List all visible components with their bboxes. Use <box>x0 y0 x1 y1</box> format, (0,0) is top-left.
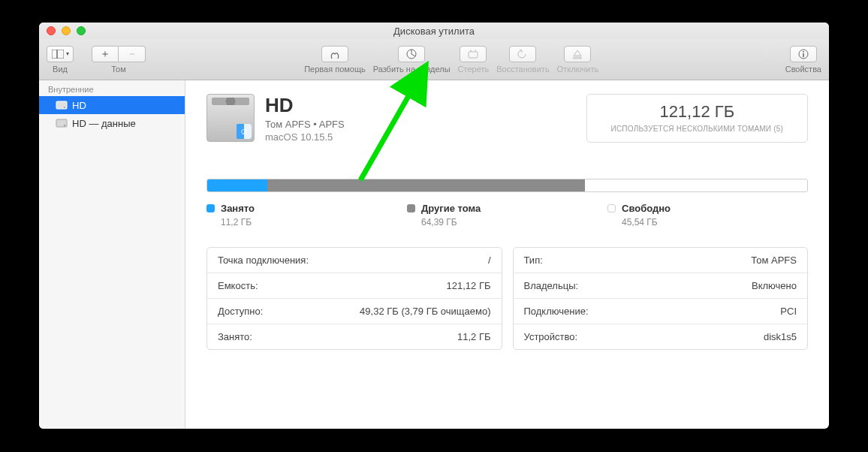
toolbar-restore-label: Восстановить <box>496 65 549 74</box>
unmount-button[interactable] <box>564 46 591 62</box>
svg-rect-15 <box>56 119 67 127</box>
legend-used-label: Занято <box>221 203 255 214</box>
volume-name: HD <box>265 94 345 117</box>
info-button[interactable] <box>790 46 817 62</box>
titlebar: Дисковая утилита <box>39 23 829 39</box>
toolbar: ▾ Вид ＋ － Том Первая помощь Разби <box>39 39 829 80</box>
svg-line-4 <box>411 54 415 56</box>
svg-rect-12 <box>803 53 804 57</box>
window-title: Дисковая утилита <box>39 26 829 37</box>
swatch-used-icon <box>206 204 215 212</box>
legend-free: Свободно 45,54 ГБ <box>607 203 808 228</box>
capacity-box: 121,12 ГБ ИСПОЛЬЗУЕТСЯ НЕСКОЛЬКИМИ ТОМАМ… <box>586 94 808 143</box>
svg-rect-5 <box>469 52 478 58</box>
table-row: Подключение:PCI <box>514 299 808 324</box>
volume-icon <box>56 117 68 129</box>
erase-button[interactable] <box>460 46 487 62</box>
chevron-down-icon: ▾ <box>66 50 69 57</box>
remove-volume-button[interactable]: － <box>119 46 146 62</box>
toolbar-first-aid-label: Первая помощь <box>304 65 366 74</box>
volume-subtitle: Том APFS • APFS <box>265 119 345 130</box>
table-row: Точка подключения:/ <box>207 248 502 273</box>
table-row: Владельцы:Включено <box>514 273 808 299</box>
window-body: Внутренние HD HD — данные ☺ HD <box>39 80 829 429</box>
legend-free-value: 45,54 ГБ <box>622 217 808 228</box>
swatch-free-icon <box>607 204 616 212</box>
sidebar-section-header: Внутренние <box>39 80 185 96</box>
sidebar: Внутренние HD HD — данные <box>39 80 185 429</box>
legend-other-value: 64,39 ГБ <box>421 217 607 228</box>
toolbar-erase-label: Стереть <box>458 65 490 74</box>
details-tables: Точка подключения:/ Емкость:121,12 ГБ До… <box>206 247 808 350</box>
svg-rect-1 <box>57 50 64 59</box>
table-row: Устройство:disk1s5 <box>514 324 808 349</box>
toolbar-partition-group: Разбить на разделы <box>373 46 451 74</box>
volume-icon <box>56 99 68 111</box>
toolbar-view-group: ▾ Вид <box>47 46 74 74</box>
svg-point-11 <box>803 51 804 53</box>
usage-bar-used <box>207 179 267 191</box>
details-table-left: Точка подключения:/ Емкость:121,12 ГБ До… <box>206 247 502 350</box>
disk-icon: ☺ <box>206 94 255 142</box>
sidebar-item-hd[interactable]: HD <box>39 96 185 114</box>
legend-free-label: Свободно <box>622 203 671 214</box>
legend-used: Занято 11,2 ГБ <box>206 203 407 228</box>
disk-utility-window: Дисковая утилита ▾ Вид ＋ － Том <box>39 23 829 429</box>
toolbar-partition-label: Разбить на разделы <box>373 65 451 74</box>
toolbar-view-label: Вид <box>53 65 68 74</box>
legend-other-label: Другие тома <box>421 203 481 214</box>
toolbar-volume-group: ＋ － Том <box>92 46 146 74</box>
table-row: Доступно:49,32 ГБ (3,79 ГБ очищаемо) <box>207 299 502 324</box>
toolbar-erase-group: Стереть <box>458 46 490 74</box>
volume-os: macOS 10.15.5 <box>265 131 345 143</box>
capacity-value: 121,12 ГБ <box>611 102 783 122</box>
legend-used-value: 11,2 ГБ <box>221 217 407 228</box>
svg-rect-0 <box>52 50 57 59</box>
svg-point-16 <box>64 125 65 126</box>
view-mode-button[interactable]: ▾ <box>47 46 74 62</box>
add-volume-button[interactable]: ＋ <box>92 46 119 62</box>
first-aid-button[interactable] <box>321 46 348 62</box>
usage-bar <box>206 179 808 192</box>
swatch-other-icon <box>407 204 415 212</box>
table-row: Занято:11,2 ГБ <box>207 324 502 349</box>
details-table-right: Тип:Том APFS Владельцы:Включено Подключе… <box>513 247 809 350</box>
legend-other: Другие тома 64,39 ГБ <box>407 203 607 228</box>
sidebar-item-label: HD <box>72 100 86 111</box>
toolbar-restore-group: Восстановить <box>496 46 549 74</box>
content-pane: ☺ HD Том APFS • APFS macOS 10.15.5 121,1… <box>185 80 829 429</box>
sidebar-item-label: HD — данные <box>72 118 136 129</box>
toolbar-first-aid-group: Первая помощь <box>304 46 366 74</box>
finder-badge-icon: ☺ <box>237 124 252 139</box>
usage-section: Занято 11,2 ГБ Другие тома 64,39 ГБ Своб… <box>206 179 808 228</box>
toolbar-info-label: Свойства <box>785 65 821 74</box>
capacity-note: ИСПОЛЬЗУЕТСЯ НЕСКОЛЬКИМИ ТОМАМИ (5) <box>611 125 783 133</box>
table-row: Тип:Том APFS <box>514 248 808 273</box>
toolbar-info-group: Свойства <box>785 46 821 74</box>
table-row: Емкость:121,12 ГБ <box>207 273 502 299</box>
toolbar-volume-label: Том <box>111 65 126 74</box>
usage-bar-other <box>267 179 585 191</box>
toolbar-unmount-label: Отключить <box>557 65 599 74</box>
volume-header: ☺ HD Том APFS • APFS macOS 10.15.5 121,1… <box>185 80 829 152</box>
toolbar-unmount-group: Отключить <box>557 46 599 74</box>
svg-rect-13 <box>56 101 67 109</box>
svg-marker-8 <box>574 50 581 56</box>
restore-button[interactable] <box>509 46 536 62</box>
volume-header-text: HD Том APFS • APFS macOS 10.15.5 <box>265 94 345 143</box>
usage-legend: Занято 11,2 ГБ Другие тома 64,39 ГБ Своб… <box>206 203 808 228</box>
svg-rect-9 <box>574 57 581 59</box>
svg-point-14 <box>64 107 65 108</box>
partition-button[interactable] <box>398 46 425 62</box>
sidebar-item-hd-data[interactable]: HD — данные <box>39 114 185 132</box>
